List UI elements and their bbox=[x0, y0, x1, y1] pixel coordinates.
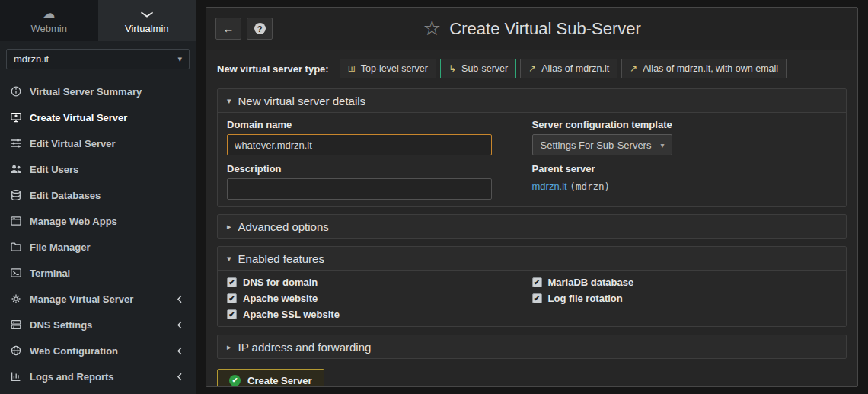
panel-ip-header[interactable]: ▸ IP address and forwarding bbox=[218, 335, 846, 358]
sub-server-icon: ↳ bbox=[448, 64, 456, 73]
domain-name-label: Domain name bbox=[227, 119, 505, 130]
parent-server-note: (mdrzn) bbox=[570, 181, 610, 192]
create-server-button[interactable]: ✔ Create Server bbox=[217, 369, 324, 386]
sidebar-item-label: Edit Databases bbox=[30, 190, 101, 201]
type-button-label: Sub-server bbox=[461, 63, 508, 74]
panel-advanced-options: ▸ Advanced options bbox=[217, 214, 847, 239]
star-icon: ☆ bbox=[423, 18, 441, 39]
tab-webmin[interactable]: ☁ Webmin bbox=[0, 0, 98, 41]
sidebar-item-virtual-server-summary[interactable]: Virtual Server Summary bbox=[0, 78, 196, 104]
create-server-label: Create Server bbox=[247, 375, 312, 386]
checkbox-checked-icon[interactable]: ✔ bbox=[227, 277, 237, 287]
feature-label: MariaDB database bbox=[548, 277, 634, 288]
feature-label: Apache website bbox=[243, 293, 318, 304]
main-area: ← ? ☆ Create Virtual Sub-Server New virt… bbox=[196, 0, 868, 394]
feature-apache-website[interactable]: ✔ Apache website bbox=[227, 292, 532, 305]
sidebar-item-create-virtual-server[interactable]: Create Virtual Server bbox=[0, 104, 196, 130]
tab-virtualmin-label: Virtualmin bbox=[125, 23, 169, 34]
server-type-row: New virtual server type: ⊞ Top-level ser… bbox=[217, 58, 847, 79]
top-level-server-icon: ⊞ bbox=[348, 64, 356, 73]
type-button-alias-own-email[interactable]: ↗ Alias of mdrzn.it, with own email bbox=[621, 59, 787, 78]
sidebar-item-label: Edit Users bbox=[30, 164, 78, 175]
feature-mariadb-database[interactable]: ✔ MariaDB database bbox=[532, 276, 838, 289]
users-icon bbox=[10, 163, 22, 175]
alias-icon: ↗ bbox=[528, 64, 536, 73]
panel-features-header[interactable]: ▾ Enabled features bbox=[218, 247, 846, 270]
checkbox-checked-icon[interactable]: ✔ bbox=[532, 277, 542, 287]
sidebar-item-label: Create Virtual Server bbox=[30, 112, 127, 123]
panel-details-header[interactable]: ▾ New virtual server details bbox=[218, 89, 846, 112]
panel-advanced-header[interactable]: ▸ Advanced options bbox=[218, 215, 846, 238]
sidebar-item-label: File Manager bbox=[30, 242, 90, 253]
tab-virtualmin[interactable]: Virtualmin bbox=[98, 0, 196, 41]
description-input[interactable] bbox=[227, 178, 492, 200]
caret-down-icon: ▾ bbox=[227, 96, 231, 106]
checkbox-checked-icon[interactable]: ✔ bbox=[532, 293, 542, 303]
sidebar-item-terminal[interactable]: Terminal bbox=[0, 260, 196, 286]
sidebar-item-manage-web-apps[interactable]: Manage Web Apps bbox=[0, 208, 196, 234]
tab-webmin-label: Webmin bbox=[31, 23, 67, 34]
caret-down-icon: ▾ bbox=[177, 54, 182, 64]
template-select-value: Settings For Sub-Servers bbox=[541, 139, 652, 151]
panel-title: Advanced options bbox=[238, 220, 329, 233]
panel-title: New virtual server details bbox=[238, 94, 366, 107]
domain-name-input[interactable] bbox=[227, 134, 492, 155]
sidebar: ☁ Webmin Virtualmin mdrzn.it ▾ Virtual S… bbox=[0, 0, 196, 394]
type-button-top-level-server[interactable]: ⊞ Top-level server bbox=[340, 59, 436, 78]
checkbox-checked-icon[interactable]: ✔ bbox=[227, 309, 237, 319]
sidebar-item-web-configuration[interactable]: Web Configuration bbox=[0, 338, 196, 364]
type-button-alias[interactable]: ↗ Alias of mdrzn.it bbox=[520, 59, 617, 78]
page-title: Create Virtual Sub-Server bbox=[449, 19, 641, 39]
terminal-icon bbox=[10, 267, 22, 279]
panel-features-body: ✔ DNS for domain ✔ Apache website ✔ Apac… bbox=[218, 270, 846, 326]
sidebar-item-label: Manage Web Apps bbox=[30, 216, 117, 227]
description-label: Description bbox=[227, 163, 505, 175]
browser-window-icon bbox=[10, 215, 22, 227]
sidebar-item-label: Manage Virtual Server bbox=[30, 293, 133, 305]
caret-down-icon: ▾ bbox=[660, 141, 664, 149]
type-button-sub-server[interactable]: ↳ Sub-server bbox=[440, 59, 516, 78]
gear-icon bbox=[10, 293, 22, 305]
panel-enabled-features: ▾ Enabled features ✔ DNS for domain ✔ Ap… bbox=[217, 246, 847, 327]
help-icon: ? bbox=[254, 23, 266, 34]
checkbox-checked-icon[interactable]: ✔ bbox=[227, 293, 237, 303]
alias-email-icon: ↗ bbox=[630, 64, 637, 73]
content-panel: ← ? ☆ Create Virtual Sub-Server New virt… bbox=[206, 7, 858, 387]
feature-log-file-rotation[interactable]: ✔ Log file rotation bbox=[532, 292, 838, 305]
sidebar-item-edit-users[interactable]: Edit Users bbox=[0, 156, 196, 182]
feature-dns-for-domain[interactable]: ✔ DNS for domain bbox=[227, 276, 532, 289]
chevron-left-icon bbox=[174, 321, 186, 329]
caret-right-icon: ▸ bbox=[227, 342, 231, 352]
server-select-value: mdrzn.it bbox=[14, 53, 49, 65]
cloud-icon: ☁ bbox=[43, 8, 55, 20]
sidebar-item-edit-virtual-server[interactable]: Edit Virtual Server bbox=[0, 130, 196, 156]
parent-server-label: Parent server bbox=[532, 163, 838, 175]
server-type-label: New virtual server type: bbox=[217, 63, 329, 75]
content-body: New virtual server type: ⊞ Top-level ser… bbox=[206, 50, 857, 386]
sidebar-item-label: Web Configuration bbox=[30, 345, 118, 357]
sidebar-menu: Virtual Server Summary Create Virtual Se… bbox=[0, 75, 196, 392]
feature-apache-ssl-website[interactable]: ✔ Apache SSL website bbox=[227, 308, 532, 321]
monitor-plus-icon bbox=[10, 111, 22, 123]
sidebar-item-label: Logs and Reports bbox=[30, 371, 114, 383]
sidebar-item-logs-and-reports[interactable]: Logs and Reports bbox=[0, 364, 196, 389]
sidebar-item-file-manager[interactable]: File Manager bbox=[0, 234, 196, 260]
template-select[interactable]: Settings For Sub-Servers ▾ bbox=[532, 134, 673, 155]
parent-server-link[interactable]: mdrzn.it bbox=[532, 181, 567, 192]
feature-label: Apache SSL website bbox=[243, 309, 340, 320]
info-icon bbox=[10, 85, 22, 98]
help-button[interactable]: ? bbox=[247, 18, 273, 40]
globe-icon bbox=[10, 344, 22, 357]
chevron-down-icon bbox=[140, 8, 154, 20]
content-header: ← ? ☆ Create Virtual Sub-Server bbox=[206, 8, 857, 50]
back-button[interactable]: ← bbox=[215, 18, 241, 40]
sliders-icon bbox=[10, 137, 22, 149]
sidebar-item-label: DNS Settings bbox=[30, 319, 92, 331]
sidebar-item-label: Virtual Server Summary bbox=[30, 86, 142, 98]
server-select[interactable]: mdrzn.it ▾ bbox=[6, 49, 190, 69]
sidebar-item-manage-virtual-server[interactable]: Manage Virtual Server bbox=[0, 286, 196, 312]
sidebar-item-edit-databases[interactable]: Edit Databases bbox=[0, 182, 196, 208]
sidebar-item-dns-settings[interactable]: DNS Settings bbox=[0, 312, 196, 338]
product-tabs: ☁ Webmin Virtualmin bbox=[0, 0, 196, 41]
server-stack-icon bbox=[10, 319, 22, 331]
